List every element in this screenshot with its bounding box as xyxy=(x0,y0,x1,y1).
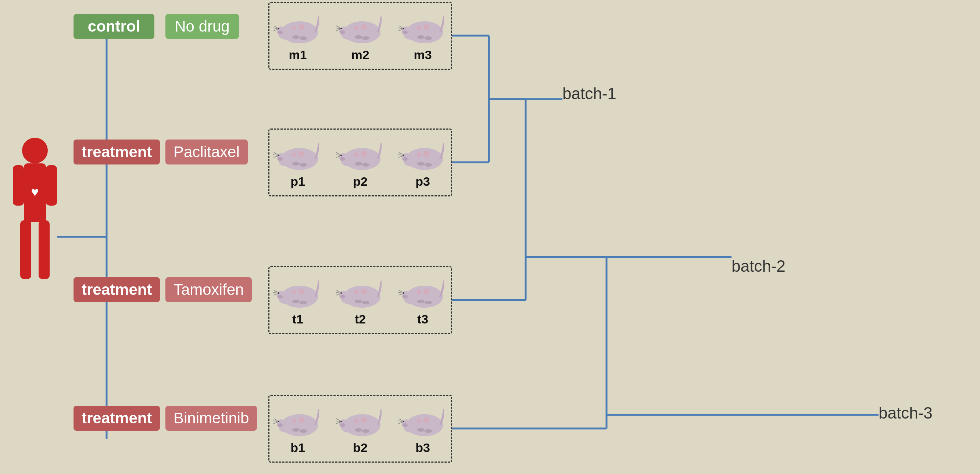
svg-point-140 xyxy=(417,300,425,303)
svg-point-100 xyxy=(417,152,421,157)
svg-point-114 xyxy=(292,300,299,303)
control-drug-label: No drug xyxy=(165,14,239,39)
svg-point-37 xyxy=(299,36,307,40)
svg-line-71 xyxy=(273,155,278,155)
svg-point-75 xyxy=(292,162,299,166)
mouse-p1: p1 xyxy=(272,136,323,189)
svg-point-112 xyxy=(299,289,304,295)
svg-point-160 xyxy=(340,423,345,427)
svg-line-31 xyxy=(274,26,278,28)
svg-line-83 xyxy=(336,152,340,155)
svg-point-113 xyxy=(292,290,296,295)
svg-point-108 xyxy=(278,295,283,298)
svg-point-81 xyxy=(340,155,342,156)
diagram-container: ♥ control No drug treatment Paclitaxel t… xyxy=(0,0,980,474)
svg-line-148 xyxy=(274,419,278,421)
svg-line-135 xyxy=(399,290,402,292)
mouse-b2: b2 xyxy=(334,403,386,455)
connecting-lines xyxy=(0,0,980,474)
svg-point-42 xyxy=(340,28,342,29)
svg-point-35 xyxy=(292,26,296,30)
binimetinib-label: Binimetinib xyxy=(165,406,257,431)
svg-point-146 xyxy=(278,421,279,422)
svg-point-101 xyxy=(417,162,425,166)
svg-rect-23 xyxy=(20,220,31,279)
mouse-p3: p3 xyxy=(397,136,449,189)
svg-point-95 xyxy=(402,157,408,161)
svg-line-84 xyxy=(336,155,340,155)
mouse-t1: t1 xyxy=(272,274,323,327)
mouse-box-tamoxifen: t1 t2 xyxy=(268,266,452,334)
svg-line-162 xyxy=(336,421,340,422)
svg-point-29 xyxy=(278,28,279,29)
svg-point-102 xyxy=(425,163,432,167)
svg-line-57 xyxy=(399,26,402,28)
mouse-box-control: m1 m2 xyxy=(268,2,452,70)
svg-point-154 xyxy=(299,429,307,433)
svg-point-167 xyxy=(362,429,369,433)
svg-point-151 xyxy=(299,417,304,423)
mouse-row-binimetinib: b1 b2 xyxy=(272,403,449,455)
svg-point-172 xyxy=(403,421,404,422)
svg-point-62 xyxy=(417,35,425,39)
mouse-b1: b1 xyxy=(272,403,323,455)
paclitaxel-label: Paclitaxel xyxy=(165,140,248,165)
svg-text:♥: ♥ xyxy=(31,184,38,199)
svg-point-164 xyxy=(361,417,367,423)
svg-rect-22 xyxy=(46,165,57,206)
svg-point-47 xyxy=(361,24,367,30)
batch-2-label: batch-2 xyxy=(732,257,786,275)
svg-point-36 xyxy=(292,35,299,39)
svg-line-70 xyxy=(274,152,278,155)
svg-point-99 xyxy=(423,151,430,157)
mouse-t3: t3 xyxy=(397,274,449,327)
svg-point-88 xyxy=(355,162,362,166)
svg-point-74 xyxy=(292,152,296,157)
svg-point-60 xyxy=(423,24,430,30)
mouse-p2: p2 xyxy=(334,136,386,189)
svg-point-49 xyxy=(355,35,362,39)
svg-point-121 xyxy=(340,295,345,298)
svg-point-141 xyxy=(425,301,432,304)
svg-point-82 xyxy=(340,157,345,161)
human-figure: ♥ xyxy=(11,136,59,295)
mouse-t2: t2 xyxy=(334,274,386,327)
treatment3-label: treatment xyxy=(73,406,160,431)
svg-line-97 xyxy=(398,155,402,155)
svg-point-147 xyxy=(278,423,283,427)
svg-point-94 xyxy=(403,155,404,156)
svg-rect-21 xyxy=(13,165,24,206)
svg-line-32 xyxy=(273,28,278,29)
mouse-b3: b3 xyxy=(397,403,449,455)
tamoxifen-label: Tamoxifen xyxy=(165,277,252,302)
svg-line-149 xyxy=(273,421,278,422)
svg-point-107 xyxy=(278,292,279,294)
svg-point-63 xyxy=(425,36,432,40)
svg-line-45 xyxy=(336,28,340,29)
svg-point-165 xyxy=(354,419,359,423)
svg-point-48 xyxy=(354,26,359,30)
svg-line-174 xyxy=(399,419,402,421)
svg-point-73 xyxy=(299,151,304,157)
svg-point-133 xyxy=(403,292,404,294)
svg-point-76 xyxy=(299,163,307,167)
svg-point-30 xyxy=(278,30,283,34)
svg-point-138 xyxy=(423,289,430,295)
svg-point-177 xyxy=(423,417,430,423)
svg-point-115 xyxy=(299,301,307,304)
svg-line-96 xyxy=(399,152,402,155)
svg-point-43 xyxy=(340,30,345,34)
svg-point-89 xyxy=(362,163,369,167)
mouse-m2: m2 xyxy=(334,10,386,62)
svg-point-134 xyxy=(402,295,408,298)
svg-line-136 xyxy=(398,292,402,293)
svg-point-61 xyxy=(417,26,421,30)
mouse-box-binimetinib: b1 b2 xyxy=(268,395,452,463)
svg-line-110 xyxy=(273,292,278,293)
svg-line-161 xyxy=(336,419,340,421)
svg-point-125 xyxy=(361,289,367,295)
svg-point-69 xyxy=(278,157,283,161)
mouse-row-paclitaxel: p1 p2 xyxy=(272,136,449,189)
svg-point-55 xyxy=(403,28,404,29)
batch-3-label: batch-3 xyxy=(878,404,932,422)
